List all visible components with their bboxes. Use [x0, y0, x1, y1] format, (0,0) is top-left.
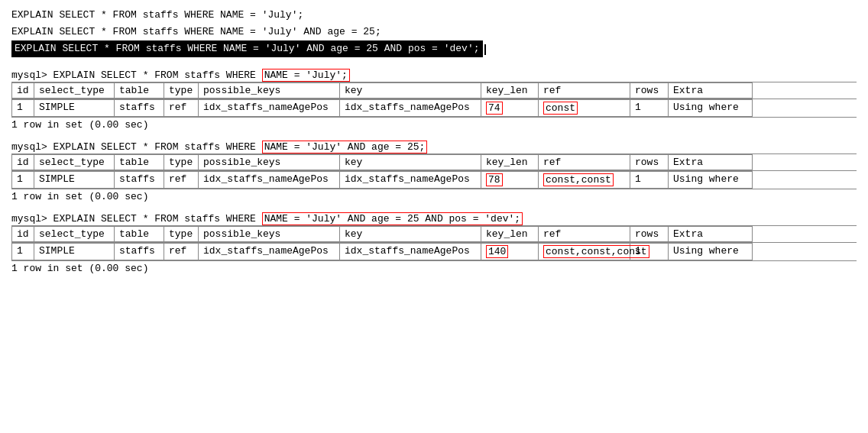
- table-row: 1SIMPLEstaffsrefidx_staffs_nameAgePosidx…: [11, 243, 857, 260]
- table-row: idselect_typetabletypepossible_keyskeyke…: [11, 154, 857, 170]
- result-section-1: mysql> EXPLAIN SELECT * FROM staffs WHER…: [11, 141, 857, 202]
- result-section-0: mysql> EXPLAIN SELECT * FROM staffs WHER…: [11, 69, 857, 131]
- prompt-text-0: mysql> EXPLAIN SELECT * FROM staffs WHER…: [11, 69, 262, 81]
- table-row: 1SIMPLEstaffsrefidx_staffs_nameAgePosidx…: [11, 99, 857, 117]
- row-count-1: 1 row in set (0.00 sec): [11, 191, 857, 202]
- mysql-prompt-1: mysql> EXPLAIN SELECT * FROM staffs WHER…: [11, 141, 857, 153]
- ref-highlight: const,const: [543, 173, 614, 186]
- condition-highlight-2: NAME = 'July' AND age = 25 AND pos = 'de…: [262, 212, 523, 225]
- result-section-2: mysql> EXPLAIN SELECT * FROM staffs WHER…: [11, 213, 857, 274]
- table-row: 1SIMPLEstaffsrefidx_staffs_nameAgePosidx…: [11, 171, 857, 189]
- prompt-text-1: mysql> EXPLAIN SELECT * FROM staffs WHER…: [11, 141, 262, 153]
- editor-line-2: EXPLAIN SELECT * FROM staffs WHERE NAME …: [11, 24, 857, 40]
- table-row: idselect_typetabletypepossible_keyskeyke…: [11, 226, 857, 242]
- bot-divider-2: [11, 260, 857, 261]
- bot-divider-0: [11, 117, 857, 118]
- row-count-2: 1 row in set (0.00 sec): [11, 263, 857, 274]
- keylen-highlight: 140: [486, 245, 508, 258]
- editor-line-3: EXPLAIN SELECT * FROM staffs WHERE NAME …: [11, 40, 483, 57]
- bot-divider-1: [11, 189, 857, 189]
- mysql-prompt-0: mysql> EXPLAIN SELECT * FROM staffs WHER…: [11, 69, 857, 81]
- mysql-prompt-2: mysql> EXPLAIN SELECT * FROM staffs WHER…: [11, 213, 857, 225]
- table-row: idselect_typetabletypepossible_keyskeyke…: [11, 82, 857, 99]
- condition-highlight-0: NAME = 'July';: [262, 69, 350, 82]
- editor-section: EXPLAIN SELECT * FROM staffs WHERE NAME …: [11, 8, 857, 59]
- prompt-text-2: mysql> EXPLAIN SELECT * FROM staffs WHER…: [11, 213, 262, 225]
- editor-line-1: EXPLAIN SELECT * FROM staffs WHERE NAME …: [11, 8, 857, 23]
- keylen-highlight: 74: [486, 102, 503, 115]
- results-container: mysql> EXPLAIN SELECT * FROM staffs WHER…: [11, 69, 857, 274]
- ref-highlight: const: [543, 102, 578, 115]
- text-cursor: [484, 44, 486, 55]
- keylen-highlight: 78: [486, 173, 503, 186]
- row-count-0: 1 row in set (0.00 sec): [11, 119, 857, 131]
- condition-highlight-1: NAME = 'July' AND age = 25;: [262, 141, 428, 153]
